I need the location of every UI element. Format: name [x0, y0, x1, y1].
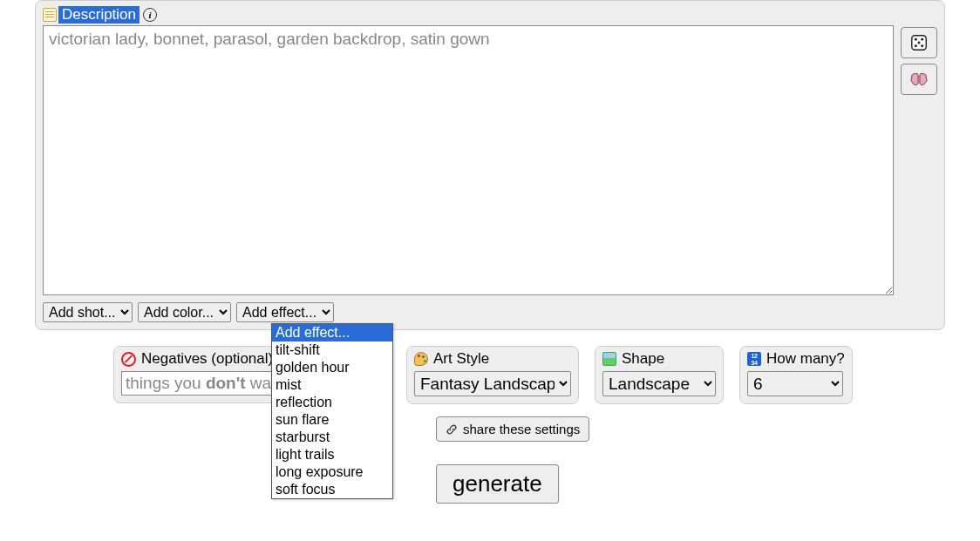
art-style-group: Art Style Fantasy Landscape: [406, 346, 579, 404]
share-settings-button[interactable]: share these settings: [436, 416, 589, 442]
bottom-row: share these settings generate: [436, 416, 980, 504]
shape-group: Shape Landscape: [595, 346, 724, 404]
effect-option[interactable]: mist: [272, 376, 392, 394]
shape-label-row: Shape: [602, 350, 716, 368]
dice-icon: [909, 33, 929, 52]
shape-select[interactable]: Landscape: [602, 371, 716, 396]
controls-row: Negatives (optional) things you don't wa…: [113, 346, 980, 404]
effect-option[interactable]: long exposure: [272, 463, 392, 481]
effect-option[interactable]: light trails: [272, 446, 392, 463]
art-style-label: Art Style: [433, 350, 489, 368]
no-icon: [121, 352, 136, 367]
generate-button[interactable]: generate: [436, 464, 559, 504]
how-many-group: 12 34 How many? 6: [739, 346, 853, 404]
shape-label: Shape: [622, 350, 664, 368]
palette-icon: [414, 352, 428, 366]
svg-point-2: [921, 38, 923, 41]
description-label: Description: [58, 6, 140, 24]
note-icon: [43, 8, 57, 22]
picture-icon: [602, 352, 616, 366]
how-many-label: How many?: [766, 350, 845, 368]
description-panel: Description i Ad: [35, 0, 945, 330]
negatives-placeholder-bold: don't: [206, 374, 246, 392]
add-select-row: Add shot... Add color... Add effect... A…: [43, 302, 937, 322]
how-many-label-row: 12 34 How many?: [747, 350, 845, 368]
add-effect-select[interactable]: Add effect...: [236, 302, 334, 322]
side-buttons: [901, 27, 937, 95]
description-textarea[interactable]: [43, 25, 894, 295]
svg-point-3: [918, 42, 921, 44]
link-icon: [446, 423, 458, 436]
negatives-placeholder-prefix: things you: [126, 374, 206, 392]
add-shot-select[interactable]: Add shot...: [43, 302, 133, 322]
art-style-label-row: Art Style: [414, 350, 571, 368]
svg-point-5: [921, 44, 923, 47]
effect-option[interactable]: golden hour: [272, 359, 392, 376]
effect-option[interactable]: reflection: [272, 394, 392, 411]
svg-point-1: [915, 38, 917, 41]
effect-option[interactable]: starburst: [272, 429, 392, 446]
effect-option[interactable]: soft focus: [272, 481, 392, 498]
how-many-select[interactable]: 6: [747, 371, 843, 396]
description-row: [43, 25, 937, 295]
brain-button[interactable]: [901, 64, 937, 95]
add-color-select[interactable]: Add color...: [138, 302, 231, 322]
negatives-label: Negatives (optional): [141, 350, 273, 368]
add-effect-dropdown[interactable]: Add effect... tilt-shift golden hour mis…: [271, 323, 393, 499]
effect-option[interactable]: Add effect...: [272, 324, 392, 342]
svg-point-4: [915, 44, 917, 47]
info-icon[interactable]: i: [143, 8, 157, 22]
share-label: share these settings: [463, 422, 580, 436]
effect-option[interactable]: sun flare: [272, 411, 392, 429]
brain-icon: [909, 71, 929, 87]
art-style-select[interactable]: Fantasy Landscape: [414, 371, 571, 396]
description-header: Description i: [43, 6, 937, 24]
numbers-icon: 12 34: [747, 352, 761, 366]
randomize-button[interactable]: [901, 27, 937, 58]
effect-option[interactable]: tilt-shift: [272, 342, 392, 359]
